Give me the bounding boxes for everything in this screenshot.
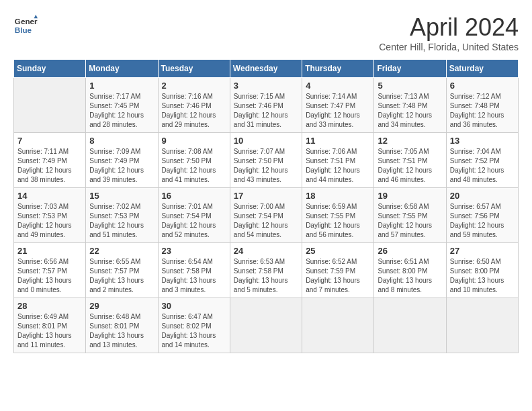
day-number: 5 [378, 81, 442, 91]
day-number: 16 [162, 191, 226, 201]
day-number: 4 [306, 81, 370, 91]
calendar-day-cell [230, 298, 302, 353]
svg-text:Blue: Blue [15, 26, 32, 34]
calendar-day-cell: 5 Sunrise: 7:13 AMSunset: 7:48 PMDayligh… [374, 78, 446, 133]
calendar-day-cell: 21 Sunrise: 6:56 AMSunset: 7:57 PMDaylig… [14, 243, 86, 298]
calendar-day-cell: 19 Sunrise: 6:58 AMSunset: 7:55 PMDaylig… [374, 188, 446, 243]
day-number: 7 [17, 136, 82, 146]
location-subtitle: Center Hill, Florida, United States [379, 42, 519, 52]
day-number: 22 [89, 246, 154, 256]
calendar-day-cell [374, 298, 446, 353]
day-number: 25 [306, 246, 370, 256]
calendar-day-cell [14, 78, 86, 133]
day-info: Sunrise: 6:53 AMSunset: 7:58 PMDaylight:… [234, 257, 298, 295]
day-info: Sunrise: 7:08 AMSunset: 7:50 PMDaylight:… [162, 147, 226, 185]
calendar-week-row: 1 Sunrise: 7:17 AMSunset: 7:45 PMDayligh… [14, 78, 519, 133]
calendar-day-cell: 10 Sunrise: 7:07 AMSunset: 7:50 PMDaylig… [230, 133, 302, 188]
day-number: 23 [162, 246, 226, 256]
day-info: Sunrise: 6:55 AMSunset: 7:57 PMDaylight:… [89, 257, 154, 295]
day-info: Sunrise: 7:03 AMSunset: 7:53 PMDaylight:… [17, 202, 82, 240]
day-number: 30 [162, 301, 226, 311]
weekday-header: Thursday [302, 60, 374, 78]
day-info: Sunrise: 7:05 AMSunset: 7:51 PMDaylight:… [378, 147, 442, 185]
calendar-day-cell: 20 Sunrise: 6:57 AMSunset: 7:56 PMDaylig… [446, 188, 518, 243]
day-info: Sunrise: 6:56 AMSunset: 7:57 PMDaylight:… [17, 257, 82, 295]
day-number: 14 [17, 191, 82, 201]
calendar-day-cell: 17 Sunrise: 7:00 AMSunset: 7:54 PMDaylig… [230, 188, 302, 243]
month-title: April 2024 [379, 13, 519, 42]
day-info: Sunrise: 6:59 AMSunset: 7:55 PMDaylight:… [306, 202, 370, 240]
day-info: Sunrise: 7:00 AMSunset: 7:54 PMDaylight:… [234, 202, 298, 240]
calendar-day-cell: 9 Sunrise: 7:08 AMSunset: 7:50 PMDayligh… [158, 133, 230, 188]
day-info: Sunrise: 7:02 AMSunset: 7:53 PMDaylight:… [89, 202, 154, 240]
day-number: 9 [162, 136, 226, 146]
day-info: Sunrise: 6:49 AMSunset: 8:01 PMDaylight:… [17, 312, 82, 350]
calendar-day-cell: 12 Sunrise: 7:05 AMSunset: 7:51 PMDaylig… [374, 133, 446, 188]
calendar-day-cell: 7 Sunrise: 7:11 AMSunset: 7:49 PMDayligh… [14, 133, 86, 188]
day-number: 15 [89, 191, 154, 201]
day-info: Sunrise: 7:07 AMSunset: 7:50 PMDaylight:… [234, 147, 298, 185]
day-number: 2 [162, 81, 226, 91]
day-number: 8 [89, 136, 154, 146]
day-info: Sunrise: 6:54 AMSunset: 7:58 PMDaylight:… [162, 257, 226, 295]
title-block: April 2024 Center Hill, Florida, United … [379, 13, 519, 52]
calendar-day-cell: 4 Sunrise: 7:14 AMSunset: 7:47 PMDayligh… [302, 78, 374, 133]
day-number: 29 [89, 301, 154, 311]
day-number: 21 [17, 246, 82, 256]
weekday-header: Tuesday [158, 60, 230, 78]
weekday-header: Monday [86, 60, 158, 78]
calendar-table: SundayMondayTuesdayWednesdayThursdayFrid… [13, 59, 519, 353]
calendar-week-row: 28 Sunrise: 6:49 AMSunset: 8:01 PMDaylig… [14, 298, 519, 353]
calendar-day-cell: 27 Sunrise: 6:50 AMSunset: 8:00 PMDaylig… [446, 243, 518, 298]
day-info: Sunrise: 7:04 AMSunset: 7:52 PMDaylight:… [450, 147, 515, 185]
calendar-day-cell: 13 Sunrise: 7:04 AMSunset: 7:52 PMDaylig… [446, 133, 518, 188]
day-number: 12 [378, 136, 442, 146]
day-info: Sunrise: 7:13 AMSunset: 7:48 PMDaylight:… [378, 92, 442, 130]
calendar-body: 1 Sunrise: 7:17 AMSunset: 7:45 PMDayligh… [14, 78, 519, 353]
calendar-day-cell: 15 Sunrise: 7:02 AMSunset: 7:53 PMDaylig… [86, 188, 158, 243]
day-info: Sunrise: 7:06 AMSunset: 7:51 PMDaylight:… [306, 147, 370, 185]
calendar-day-cell: 29 Sunrise: 6:48 AMSunset: 8:01 PMDaylig… [86, 298, 158, 353]
day-number: 19 [378, 191, 442, 201]
day-info: Sunrise: 6:48 AMSunset: 8:01 PMDaylight:… [89, 312, 154, 350]
day-info: Sunrise: 6:52 AMSunset: 7:59 PMDaylight:… [306, 257, 370, 295]
calendar-day-cell: 22 Sunrise: 6:55 AMSunset: 7:57 PMDaylig… [86, 243, 158, 298]
calendar-day-cell: 1 Sunrise: 7:17 AMSunset: 7:45 PMDayligh… [86, 78, 158, 133]
logo: General Blue [13, 13, 38, 38]
day-number: 3 [234, 81, 298, 91]
day-number: 20 [450, 191, 515, 201]
calendar-week-row: 14 Sunrise: 7:03 AMSunset: 7:53 PMDaylig… [14, 188, 519, 243]
calendar-day-cell: 28 Sunrise: 6:49 AMSunset: 8:01 PMDaylig… [14, 298, 86, 353]
day-number: 13 [450, 136, 515, 146]
calendar-day-cell: 16 Sunrise: 7:01 AMSunset: 7:54 PMDaylig… [158, 188, 230, 243]
calendar-day-cell: 6 Sunrise: 7:12 AMSunset: 7:48 PMDayligh… [446, 78, 518, 133]
day-info: Sunrise: 7:15 AMSunset: 7:46 PMDaylight:… [234, 92, 298, 130]
weekday-header: Saturday [446, 60, 518, 78]
weekday-header: Sunday [14, 60, 86, 78]
calendar-header-row: SundayMondayTuesdayWednesdayThursdayFrid… [14, 60, 519, 78]
calendar-day-cell: 8 Sunrise: 7:09 AMSunset: 7:49 PMDayligh… [86, 133, 158, 188]
day-number: 11 [306, 136, 370, 146]
calendar-day-cell: 30 Sunrise: 6:47 AMSunset: 8:02 PMDaylig… [158, 298, 230, 353]
day-number: 24 [234, 246, 298, 256]
day-number: 26 [378, 246, 442, 256]
calendar-day-cell: 24 Sunrise: 6:53 AMSunset: 7:58 PMDaylig… [230, 243, 302, 298]
page-header: General Blue April 2024 Center Hill, Flo… [13, 13, 519, 52]
day-info: Sunrise: 7:09 AMSunset: 7:49 PMDaylight:… [89, 147, 154, 185]
day-info: Sunrise: 6:57 AMSunset: 7:56 PMDaylight:… [450, 202, 515, 240]
weekday-header: Friday [374, 60, 446, 78]
day-info: Sunrise: 6:47 AMSunset: 8:02 PMDaylight:… [162, 312, 226, 350]
day-number: 18 [306, 191, 370, 201]
day-number: 17 [234, 191, 298, 201]
weekday-header: Wednesday [230, 60, 302, 78]
day-number: 1 [89, 81, 154, 91]
day-info: Sunrise: 7:16 AMSunset: 7:46 PMDaylight:… [162, 92, 226, 130]
calendar-day-cell [446, 298, 518, 353]
calendar-week-row: 7 Sunrise: 7:11 AMSunset: 7:49 PMDayligh… [14, 133, 519, 188]
calendar-day-cell: 14 Sunrise: 7:03 AMSunset: 7:53 PMDaylig… [14, 188, 86, 243]
day-number: 6 [450, 81, 515, 91]
day-info: Sunrise: 7:14 AMSunset: 7:47 PMDaylight:… [306, 92, 370, 130]
calendar-day-cell: 18 Sunrise: 6:59 AMSunset: 7:55 PMDaylig… [302, 188, 374, 243]
day-info: Sunrise: 7:12 AMSunset: 7:48 PMDaylight:… [450, 92, 515, 130]
calendar-day-cell: 26 Sunrise: 6:51 AMSunset: 8:00 PMDaylig… [374, 243, 446, 298]
